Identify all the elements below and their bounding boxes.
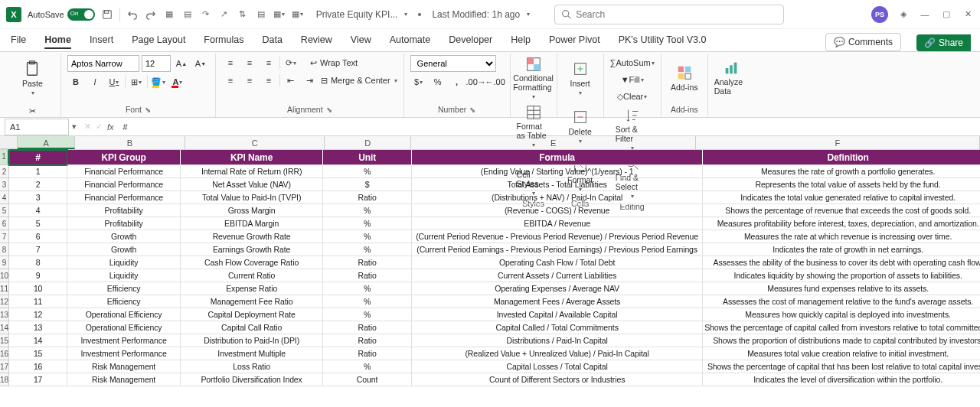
row-header[interactable]: 3 (0, 178, 9, 191)
grow-font-button[interactable]: A▲ (173, 56, 190, 71)
cell[interactable]: Financial Performance (67, 165, 181, 178)
last-modified-label[interactable]: Last Modified: 1h ago (432, 9, 520, 20)
qat-icon-6[interactable]: ▤ (255, 8, 267, 21)
cell[interactable]: Distributions / Paid-In Capital (412, 334, 703, 347)
row-header[interactable]: 15 (0, 334, 9, 347)
user-avatar[interactable]: PS (871, 6, 888, 23)
col-header-c[interactable]: C (185, 136, 325, 149)
row-header[interactable]: 13 (0, 308, 9, 321)
cell[interactable]: Capital Call Ratio (181, 321, 323, 334)
share-button[interactable]: 🔗Share (916, 34, 971, 51)
cell[interactable]: Measures how quickly capital is deployed… (703, 308, 980, 321)
cell[interactable]: Ratio (323, 347, 412, 360)
tab-view[interactable]: View (349, 30, 373, 51)
cell[interactable]: Shows the percentage of revenue that exc… (703, 204, 980, 217)
cell[interactable]: Operational Efficiency (67, 308, 181, 321)
cell[interactable]: Liquidity (67, 269, 181, 282)
cell[interactable]: Expense Ratio (181, 282, 323, 295)
qat-icon-8[interactable]: ▦▾ (292, 8, 304, 21)
cell[interactable]: 16 (9, 360, 67, 373)
cell[interactable]: Profitability (67, 217, 181, 230)
header-cell[interactable]: # (9, 150, 67, 165)
fx-icon[interactable]: fx (107, 122, 114, 132)
tab-automate[interactable]: Automate (388, 30, 433, 51)
tab-utility[interactable]: PK's Utility Tool V3.0 (617, 30, 708, 51)
bold-button[interactable]: B (67, 74, 84, 90)
tab-file[interactable]: File (9, 30, 28, 51)
fill-button[interactable]: ▼ Fill▾ (610, 72, 655, 87)
cell[interactable]: Efficiency (67, 282, 181, 295)
tab-home[interactable]: Home (43, 30, 73, 51)
redo-icon[interactable] (145, 8, 157, 21)
orientation-button[interactable]: ⟳▾ (283, 55, 299, 70)
enter-formula-icon[interactable]: ✓ (96, 122, 103, 132)
header-cell[interactable]: Formula (412, 150, 703, 165)
tab-developer[interactable]: Developer (447, 30, 494, 51)
cell[interactable]: (Ending Value / Starting Value)^(1/years… (412, 165, 703, 178)
cell[interactable]: 8 (9, 256, 67, 269)
decrease-decimal-button[interactable]: ←.00 (487, 74, 504, 90)
cell[interactable]: % (323, 204, 412, 217)
cell[interactable]: 11 (9, 295, 67, 308)
cell[interactable]: Assesses the cost of management relative… (703, 295, 980, 308)
row-header[interactable]: 17 (0, 360, 9, 373)
cell[interactable]: Portfolio Diversification Index (181, 373, 323, 386)
cell[interactable]: % (323, 243, 412, 256)
document-title[interactable]: Private Equity KPI... (316, 9, 398, 20)
cell[interactable]: 15 (9, 347, 67, 360)
borders-button[interactable]: ⊞▾ (128, 74, 145, 90)
cell[interactable]: Ratio (323, 321, 412, 334)
cell[interactable]: Investment Performance (67, 334, 181, 347)
cells-area[interactable]: #KPI GroupKPI NameUnitFormulaDefinition1… (9, 150, 980, 386)
tab-data[interactable]: Data (260, 30, 283, 51)
cell[interactable]: 3 (9, 191, 67, 204)
row-header[interactable]: 8 (0, 243, 9, 256)
cell[interactable]: Loss Ratio (181, 360, 323, 373)
qat-icon-2[interactable]: ▤ (181, 8, 194, 21)
comments-button[interactable]: 💬Comments (825, 33, 901, 51)
col-header-e[interactable]: E (411, 136, 695, 149)
col-header-f[interactable]: F (696, 136, 980, 149)
wrap-text-button[interactable]: ↩Wrap Text (310, 55, 358, 70)
align-middle-button[interactable]: ≡ (241, 55, 258, 70)
cell[interactable]: Management Fees / Average Assets (412, 295, 703, 308)
row-header[interactable]: 18 (0, 373, 9, 386)
formula-input[interactable]: # (119, 122, 980, 132)
namebox-dropdown-icon[interactable]: ▾ (69, 122, 80, 132)
cell[interactable]: Liquidity (67, 256, 181, 269)
row-header[interactable]: 7 (0, 230, 9, 243)
cancel-formula-icon[interactable]: ✕ (84, 122, 91, 132)
cell[interactable]: 14 (9, 334, 67, 347)
row-header[interactable]: 6 (0, 217, 9, 230)
cell[interactable]: Investment Multiple (181, 347, 323, 360)
cell[interactable]: Shows the percentage of capital called f… (703, 321, 980, 334)
row-header[interactable]: 11 (0, 282, 9, 295)
cell[interactable]: % (323, 282, 412, 295)
cell[interactable]: Ratio (323, 269, 412, 282)
cell[interactable]: Indicates the total value generated rela… (703, 191, 980, 204)
qat-icon-4[interactable]: ↗ (218, 8, 230, 21)
cell[interactable]: Earnings Growth Rate (181, 243, 323, 256)
cell[interactable]: Indicates the level of diversification w… (703, 373, 980, 386)
cell[interactable]: EBITDA Margin (181, 217, 323, 230)
close-icon[interactable]: ✕ (962, 8, 974, 21)
cell[interactable]: Internal Rate of Return (IRR) (181, 165, 323, 178)
cell[interactable]: EBITDA / Revenue (412, 217, 703, 230)
cell[interactable]: Capital Deployment Rate (181, 308, 323, 321)
cell[interactable]: Shows the proportion of distributions ma… (703, 334, 980, 347)
analyze-data-button[interactable]: Analyze Data (714, 55, 748, 101)
cell[interactable]: Risk Management (67, 373, 181, 386)
cell[interactable]: Profitability (67, 204, 181, 217)
cell[interactable]: % (323, 217, 412, 230)
cell[interactable]: Measures profitability before interest, … (703, 217, 980, 230)
fill-color-button[interactable]: 🪣▾ (150, 74, 167, 90)
cell[interactable]: Total Value to Paid-In (TVPI) (181, 191, 323, 204)
cell[interactable]: Distribution to Paid-In (DPI) (181, 334, 323, 347)
merge-center-button[interactable]: ⊟Merge & Center▾ (321, 73, 397, 88)
cell[interactable]: Measures the rate of growth a portfolio … (703, 165, 980, 178)
alignment-launcher-icon[interactable]: ⬊ (326, 106, 332, 114)
cell[interactable]: 10 (9, 282, 67, 295)
decrease-indent-button[interactable]: ⇤ (283, 73, 299, 88)
row-header[interactable]: 5 (0, 204, 9, 217)
cell[interactable]: 9 (9, 269, 67, 282)
